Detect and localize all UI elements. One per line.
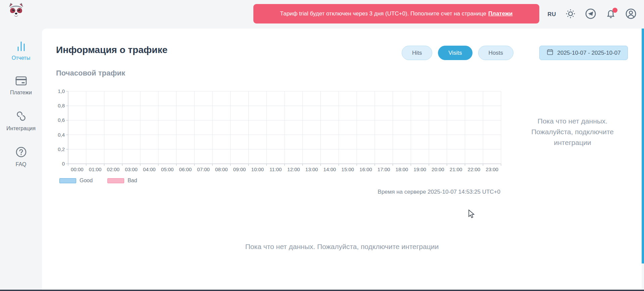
y-tick-label: 0,4: [55, 132, 65, 138]
top-bar: Тариф trial будет отключен через 3 дня (…: [0, 0, 644, 29]
tab-visits[interactable]: Visits: [438, 46, 472, 60]
x-tick-label: 01:00: [89, 166, 102, 172]
credit-card-icon: [15, 76, 27, 87]
sidebar-item-label: FAQ: [15, 161, 26, 167]
sidebar-item-payments[interactable]: Платежи: [0, 71, 42, 100]
x-tick-label: 22:00: [468, 166, 481, 172]
server-time: Время на сервере 2025-10-07 14:53:25 UTC…: [378, 189, 500, 195]
x-tick-label: 04:00: [143, 166, 156, 172]
x-tick-label: 20:00: [432, 166, 444, 172]
metric-tabs: Hits Visits Hosts: [402, 46, 513, 60]
y-axis-labels: 1,00,80,60,40,20: [55, 91, 65, 163]
x-tick-label: 17:00: [378, 166, 390, 172]
y-tick-label: 0: [55, 161, 65, 166]
theme-toggle-button[interactable]: [565, 9, 576, 20]
x-tick-label: 07:00: [197, 166, 210, 172]
app-logo[interactable]: [7, 2, 26, 19]
main-content: Информация о трафике Hits Visits Hosts 2…: [42, 29, 642, 291]
y-tick-label: 0,6: [55, 117, 65, 123]
x-tick-label: 11:00: [269, 166, 282, 172]
sidebar-item-reports[interactable]: Отчеты: [0, 37, 42, 65]
y-tick-label: 0,2: [55, 146, 65, 152]
tab-hosts[interactable]: Hosts: [478, 46, 513, 60]
x-tick-label: 19:00: [413, 166, 426, 172]
bottom-edge-strip: [0, 290, 644, 291]
x-tick-label: 21:00: [450, 166, 462, 172]
x-tick-label: 09:00: [233, 166, 246, 172]
x-tick-label: 06:00: [179, 166, 192, 172]
legend-swatch-good: [59, 178, 76, 183]
y-tick-label: 1,0: [55, 88, 65, 94]
banner-payments-link[interactable]: Платежи: [488, 10, 513, 17]
profile-button[interactable]: [625, 9, 637, 20]
x-tick-label: 18:00: [396, 166, 408, 172]
date-range-picker[interactable]: 2025-10-07 - 2025-10-07: [539, 46, 628, 60]
x-tick-label: 08:00: [215, 166, 228, 172]
y-tick-label: 0,8: [55, 103, 65, 108]
raccoon-logo-icon: [7, 2, 26, 19]
x-tick-label: 10:00: [251, 166, 264, 172]
telegram-icon: [585, 8, 596, 20]
language-selector[interactable]: RU: [547, 11, 556, 18]
chart-legend: Good Bad: [59, 178, 152, 184]
legend-swatch-bad: [107, 178, 124, 183]
notifications-button[interactable]: [605, 9, 616, 20]
link-icon: [15, 110, 27, 123]
user-icon: [626, 8, 636, 20]
x-tick-label: 13:00: [305, 166, 318, 172]
empty-state-side: Пока что нет данных. Пожалуйста, подключ…: [527, 116, 618, 148]
legend-label-good: Good: [80, 178, 93, 184]
x-tick-label: 12:00: [287, 166, 300, 172]
sun-icon: [565, 9, 576, 20]
x-tick-label: 00:00: [71, 166, 84, 172]
bar-chart-icon: [15, 41, 27, 53]
notification-badge: [612, 8, 617, 13]
trial-warning-banner: Тариф trial будет отключен через 3 дня (…: [253, 4, 539, 23]
sidebar-item-integration[interactable]: Интеграция: [0, 106, 42, 136]
section-title: Почасовой трафик: [56, 69, 125, 78]
sidebar-item-label: Интеграция: [6, 126, 36, 132]
banner-text: Тариф trial будет отключен через 3 дня (…: [280, 10, 486, 17]
x-tick-label: 23:00: [486, 166, 498, 172]
page-title: Информация о трафике: [56, 45, 167, 55]
sidebar-item-label: Платежи: [10, 90, 32, 96]
chart-plot-area: [65, 91, 504, 168]
x-tick-label: 05:00: [161, 166, 174, 172]
sidebar-item-label: Отчеты: [12, 55, 30, 61]
hourly-traffic-chart: 1,00,80,60,40,20 00:0001:0002:0003:0004:…: [55, 91, 504, 175]
x-tick-label: 03:00: [125, 166, 138, 172]
tab-hits[interactable]: Hits: [402, 46, 432, 60]
sidebar-item-faq[interactable]: FAQ: [0, 142, 42, 172]
legend-label-bad: Bad: [128, 178, 137, 184]
x-tick-label: 16:00: [359, 166, 372, 172]
x-tick-label: 02:00: [107, 166, 120, 172]
telegram-button[interactable]: [585, 9, 596, 20]
x-tick-label: 15:00: [341, 166, 354, 172]
date-range-value: 2025-10-07 - 2025-10-07: [557, 50, 621, 56]
question-circle-icon: [15, 146, 27, 159]
empty-state-bottom: Пока что нет данных. Пожалуйста, подключ…: [141, 243, 543, 251]
x-tick-label: 14:00: [324, 166, 336, 172]
x-axis-labels: 00:0001:0002:0003:0004:0005:0006:0007:00…: [68, 166, 501, 173]
scrollbar-thumb[interactable]: [642, 29, 644, 263]
calendar-icon: [546, 48, 554, 57]
header-actions: RU: [547, 0, 637, 29]
sidebar: Отчеты Платежи Интеграция: [0, 29, 42, 291]
